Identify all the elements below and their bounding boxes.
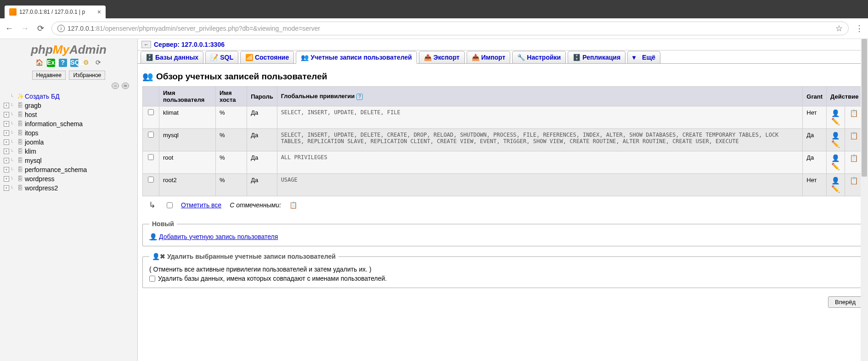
check-all-link[interactable]: Отметить все bbox=[181, 201, 221, 209]
cell-host: % bbox=[216, 106, 247, 129]
sidebar-db-item[interactable]: +└🗄host bbox=[4, 110, 134, 119]
sidebar-db-item[interactable]: +└🗄wordpress bbox=[4, 174, 134, 183]
cell-user: mysql bbox=[159, 129, 216, 151]
sidebar-db-item[interactable]: +└🗄performance_schema bbox=[4, 165, 134, 174]
col-grant[interactable]: Grant bbox=[803, 87, 827, 106]
db-label: itops bbox=[25, 129, 39, 137]
home-icon[interactable]: 🏠 bbox=[35, 59, 43, 67]
back-button[interactable]: ← bbox=[5, 24, 14, 33]
reload-button[interactable]: ⟳ bbox=[36, 24, 45, 33]
tab-icon: 📝 bbox=[210, 54, 218, 61]
db-label: host bbox=[25, 111, 37, 118]
expand-icon[interactable]: + bbox=[4, 121, 9, 127]
database-icon: 🗄 bbox=[17, 139, 24, 145]
table-row: root%ДаALL PRIVILEGESДа👤✏️📋 bbox=[143, 151, 863, 174]
help-icon[interactable]: ? bbox=[59, 59, 67, 67]
tab-ещё[interactable]: ▾Ещё bbox=[627, 51, 660, 63]
address-bar[interactable]: i 127.0.0.1:81/openserver/phpmyadmin/ser… bbox=[51, 22, 849, 35]
edit-priv-icon[interactable]: 👤✏️ bbox=[831, 132, 840, 148]
drop-db-option[interactable]: Удалить базы данных, имена которых совпа… bbox=[149, 275, 857, 282]
tab-label: Импорт bbox=[481, 54, 506, 61]
expand-icon[interactable]: + bbox=[4, 112, 9, 117]
col-user[interactable]: Имя пользователя bbox=[159, 87, 216, 106]
sidebar-db-item[interactable]: +└🗄wordpress2 bbox=[4, 183, 134, 193]
sidebar-db-item[interactable]: +└🗄joomla bbox=[4, 138, 134, 147]
expand-icon[interactable]: + bbox=[4, 185, 9, 191]
drop-db-checkbox[interactable] bbox=[149, 276, 155, 282]
tab-состояние[interactable]: 📶Состояние bbox=[240, 51, 294, 63]
logo[interactable]: phpMyAdmin bbox=[3, 41, 135, 58]
favorite-button[interactable]: Избранное bbox=[69, 71, 105, 80]
tab-импорт[interactable]: 📥Импорт bbox=[467, 51, 511, 63]
new-database-link[interactable]: └ ✨ Создать БД bbox=[4, 92, 134, 101]
tab-настройки[interactable]: 🔧Настройки bbox=[512, 51, 566, 63]
tab-label: Репликация bbox=[582, 54, 620, 61]
sidebar-db-item[interactable]: +└🗄gragb bbox=[4, 101, 134, 110]
db-label: mysql bbox=[25, 157, 42, 164]
database-tree: └ ✨ Создать БД +└🗄gragb+└🗄host+└🗄informa… bbox=[3, 90, 135, 194]
cell-user: root2 bbox=[159, 174, 216, 196]
col-password[interactable]: Пароль bbox=[247, 87, 277, 106]
export-priv-icon[interactable]: 📋 bbox=[850, 154, 858, 162]
tab-sql[interactable]: 📝SQL bbox=[205, 51, 238, 63]
col-priv[interactable]: Глобальные привилегии? bbox=[277, 87, 803, 106]
collapse-all-icon[interactable]: – bbox=[112, 83, 119, 89]
browser-menu-icon[interactable]: ⋮ bbox=[855, 23, 863, 33]
logout-icon[interactable]: Exit bbox=[47, 59, 55, 67]
add-user-link[interactable]: 👤 Добавить учетную запись пользователя bbox=[149, 233, 857, 240]
tab-экспорт[interactable]: 📤Экспорт bbox=[419, 51, 465, 63]
vertical-scrollbar[interactable]: ▲ bbox=[861, 39, 868, 361]
expand-icon[interactable]: + bbox=[4, 149, 9, 154]
row-checkbox[interactable] bbox=[148, 154, 154, 160]
submit-button[interactable]: Вперёд bbox=[828, 296, 862, 308]
cell-host: % bbox=[216, 129, 247, 151]
recent-button[interactable]: Недавнее bbox=[32, 71, 66, 80]
edit-priv-icon[interactable]: 👤✏️ bbox=[831, 177, 840, 193]
reload-nav-icon[interactable]: ⟳ bbox=[94, 59, 102, 67]
edit-priv-icon[interactable]: 👤✏️ bbox=[831, 109, 840, 125]
database-icon: 🗄 bbox=[17, 167, 24, 173]
expand-icon[interactable]: + bbox=[4, 139, 9, 145]
server-label[interactable]: Сервер: 127.0.0.1:3306 bbox=[154, 41, 225, 48]
expand-icon[interactable]: + bbox=[4, 103, 9, 108]
col-host[interactable]: Имя хоста bbox=[216, 87, 247, 106]
tab-учетные-записи-пользователей[interactable]: 👥Учетные записи пользователей bbox=[296, 51, 417, 64]
sql-icon[interactable]: SQL bbox=[70, 59, 79, 67]
nav-back-icon[interactable]: ← bbox=[141, 41, 151, 48]
close-tab-icon[interactable]: × bbox=[97, 8, 101, 16]
db-label: performance_schema bbox=[25, 166, 87, 173]
row-checkbox[interactable] bbox=[148, 177, 154, 183]
database-icon: 🗄 bbox=[17, 157, 24, 164]
site-info-icon[interactable]: i bbox=[57, 25, 65, 32]
sidebar-db-item[interactable]: +└🗄information_schema bbox=[4, 119, 134, 128]
export-priv-icon[interactable]: 📋 bbox=[850, 132, 858, 139]
sidebar-db-item[interactable]: +└🗄klim bbox=[4, 147, 134, 156]
tab-базы-данных[interactable]: 🗄️Базы данных bbox=[141, 51, 203, 63]
help-icon[interactable]: ? bbox=[356, 94, 363, 100]
settings-icon[interactable]: ⚙ bbox=[82, 59, 90, 67]
cell-password: Да bbox=[247, 174, 277, 196]
cell-priv: ALL PRIVILEGES bbox=[277, 151, 803, 174]
export-selected-icon[interactable]: 📋 bbox=[289, 201, 297, 209]
export-priv-icon[interactable]: 📋 bbox=[850, 109, 858, 117]
edit-priv-icon[interactable]: 👤✏️ bbox=[831, 154, 840, 170]
scrollbar-thumb[interactable] bbox=[862, 39, 867, 177]
tab-icon: ▾ bbox=[632, 54, 640, 61]
expand-icon[interactable]: + bbox=[4, 158, 9, 163]
expand-icon[interactable]: + bbox=[4, 130, 9, 136]
row-checkbox[interactable] bbox=[148, 132, 154, 138]
browser-tab[interactable]: 127.0.0.1:81 / 127.0.0.1 | p × bbox=[5, 6, 106, 18]
cell-password: Да bbox=[247, 129, 277, 151]
tab-icon: 📶 bbox=[245, 54, 253, 61]
sidebar-db-item[interactable]: +└🗄itops bbox=[4, 128, 134, 138]
row-checkbox[interactable] bbox=[148, 109, 154, 115]
link-icon[interactable]: ∞ bbox=[122, 83, 129, 89]
tab-репликация[interactable]: 🗄️Репликация bbox=[568, 51, 626, 63]
bookmark-star-icon[interactable]: ☆ bbox=[835, 23, 843, 33]
check-all-checkbox[interactable] bbox=[167, 202, 173, 208]
export-priv-icon[interactable]: 📋 bbox=[850, 177, 858, 184]
expand-icon[interactable]: + bbox=[4, 176, 9, 182]
tab-icon: 🔧 bbox=[517, 54, 524, 61]
expand-icon[interactable]: + bbox=[4, 167, 9, 172]
sidebar-db-item[interactable]: +└🗄mysql bbox=[4, 156, 134, 165]
